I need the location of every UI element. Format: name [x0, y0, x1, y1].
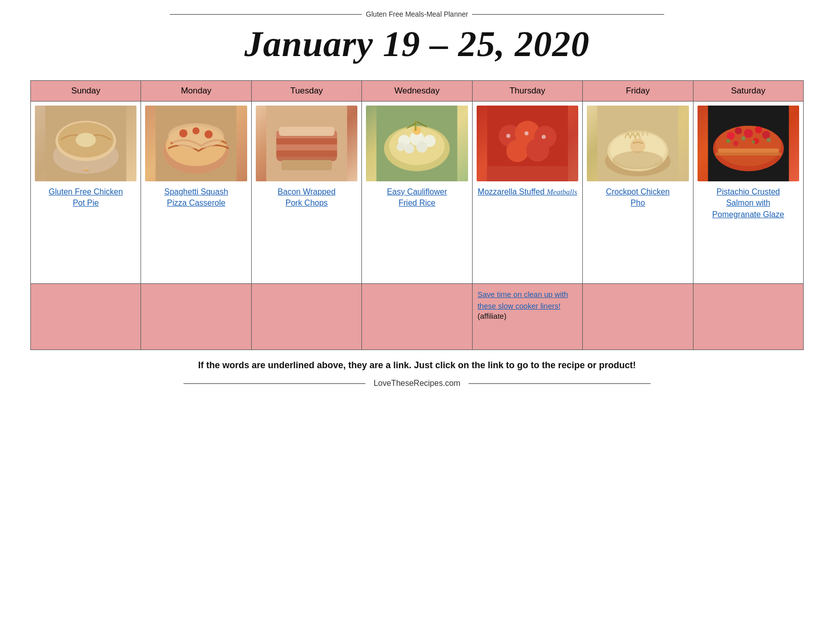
- svg-rect-31: [415, 121, 416, 131]
- divider-left: [170, 14, 362, 15]
- svg-point-53: [744, 129, 753, 138]
- tuesday-image: [256, 106, 357, 181]
- header-row: Sunday Monday Tuesday Wednesday Thursday…: [31, 81, 804, 102]
- svg-point-54: [755, 126, 762, 133]
- svg-point-38: [506, 134, 510, 138]
- meal-row: 🥧 Gluten Free ChickenPot Pie: [31, 102, 804, 284]
- second-friday: [583, 284, 693, 350]
- svg-text:🥧: 🥧: [83, 166, 89, 173]
- cell-monday: Spaghetti SquashPizza Casserole: [141, 102, 251, 284]
- svg-point-61: [741, 136, 745, 140]
- wednesday-inner: Easy CauliflowerFried Rice: [362, 102, 472, 283]
- svg-point-60: [726, 139, 730, 143]
- cell-sunday: 🥧 Gluten Free ChickenPot Pie: [31, 102, 141, 284]
- svg-point-62: [752, 140, 755, 143]
- svg-point-4: [76, 133, 96, 147]
- second-sunday-inner: [31, 284, 141, 350]
- cell-thursday: Mozzarella Stuffed Meatballs: [472, 102, 582, 284]
- second-sunday: [31, 284, 141, 350]
- svg-rect-58: [718, 148, 778, 153]
- sunday-inner: 🥧 Gluten Free ChickenPot Pie: [31, 102, 141, 283]
- footer-divider-right: [469, 383, 651, 384]
- svg-point-47: [613, 151, 663, 169]
- monday-image: [145, 106, 247, 181]
- svg-point-11: [193, 127, 200, 134]
- affiliate-link[interactable]: Save time on clean up with these slow co…: [478, 289, 577, 312]
- saturday-image: [698, 106, 799, 181]
- tuesday-inner: Bacon WrappedPork Chops: [252, 102, 361, 283]
- second-wednesday-inner: [362, 284, 472, 350]
- svg-rect-18: [276, 151, 337, 157]
- friday-inner: Crockpot ChickenPho: [583, 102, 692, 283]
- cell-wednesday: Easy CauliflowerFried Rice: [362, 102, 472, 284]
- day-thursday: Thursday: [472, 81, 582, 102]
- thursday-cursive: Meatballs: [547, 188, 577, 196]
- saturday-recipe-link[interactable]: Pistachio CrustedSalmon withPomegranate …: [712, 186, 784, 220]
- svg-point-9: [168, 123, 224, 148]
- second-row: Save time on clean up with these slow co…: [31, 284, 804, 350]
- svg-point-29: [397, 143, 405, 151]
- sunday-image: 🥧: [35, 106, 136, 181]
- wednesday-recipe-link[interactable]: Easy CauliflowerFried Rice: [387, 186, 447, 209]
- svg-point-12: [205, 130, 213, 138]
- svg-rect-19: [279, 127, 335, 136]
- page-header: Gluten Free Meals-Meal Planner January 1…: [30, 10, 804, 65]
- svg-rect-20: [282, 160, 332, 170]
- thursday-image: [477, 106, 578, 181]
- svg-point-36: [506, 140, 528, 162]
- cell-friday: Crockpot ChickenPho: [583, 102, 693, 284]
- second-tuesday: [251, 284, 361, 350]
- cell-saturday: Pistachio CrustedSalmon withPomegranate …: [693, 102, 803, 284]
- tuesday-recipe-link[interactable]: Bacon WrappedPork Chops: [277, 186, 335, 209]
- second-thursday: Save time on clean up with these slow co…: [472, 284, 582, 350]
- friday-recipe-link[interactable]: Crockpot ChickenPho: [606, 186, 670, 209]
- svg-point-30: [413, 127, 421, 135]
- svg-point-55: [762, 131, 770, 139]
- svg-rect-41: [487, 166, 568, 181]
- friday-image: [587, 106, 688, 181]
- meal-planner-table: Sunday Monday Tuesday Wednesday Thursday…: [30, 80, 804, 350]
- second-thursday-inner: Save time on clean up with these slow co…: [473, 284, 582, 350]
- cell-tuesday: Bacon WrappedPork Chops: [251, 102, 361, 284]
- site-label: Gluten Free Meals-Meal Planner: [366, 10, 468, 18]
- svg-point-56: [733, 141, 738, 146]
- svg-point-39: [524, 131, 528, 135]
- day-monday: Monday: [141, 81, 251, 102]
- footer-divider: LoveTheseRecipes.com: [30, 379, 804, 388]
- monday-recipe-link[interactable]: Spaghetti SquashPizza Casserole: [164, 186, 228, 209]
- second-friday-inner: [583, 284, 692, 350]
- thursday-recipe-link[interactable]: Mozzarella Stuffed Meatballs: [478, 186, 577, 197]
- sunday-recipe-link[interactable]: Gluten Free ChickenPot Pie: [49, 186, 123, 209]
- svg-point-40: [541, 135, 545, 139]
- svg-point-37: [526, 138, 549, 162]
- svg-point-28: [416, 141, 428, 153]
- day-friday: Friday: [583, 81, 693, 102]
- wednesday-image: [366, 106, 468, 181]
- second-saturday-inner: [693, 284, 803, 350]
- svg-point-52: [734, 127, 742, 134]
- thursday-inner: Mozzarella Stuffed Meatballs: [473, 102, 582, 283]
- monday-inner: Spaghetti SquashPizza Casserole: [141, 102, 251, 283]
- svg-point-51: [726, 132, 734, 140]
- saturday-inner: Pistachio CrustedSalmon withPomegranate …: [693, 102, 803, 283]
- day-sunday: Sunday: [31, 81, 141, 102]
- second-wednesday: [362, 284, 472, 350]
- footer-divider-left: [183, 383, 365, 384]
- svg-point-27: [404, 143, 414, 154]
- day-tuesday: Tuesday: [251, 81, 361, 102]
- day-wednesday: Wednesday: [362, 81, 472, 102]
- svg-rect-17: [276, 144, 337, 151]
- footer-note: If the words are underlined above, they …: [30, 360, 804, 371]
- svg-point-10: [179, 129, 188, 137]
- svg-point-63: [766, 138, 770, 142]
- page-title: January 19 – 25, 2020: [30, 23, 804, 65]
- second-monday: [141, 284, 251, 350]
- svg-rect-59: [715, 153, 781, 156]
- header-divider: Gluten Free Meals-Meal Planner: [30, 10, 804, 18]
- day-saturday: Saturday: [693, 81, 803, 102]
- second-tuesday-inner: [252, 284, 361, 350]
- affiliate-suffix: (affiliate): [478, 312, 577, 320]
- second-saturday: [693, 284, 803, 350]
- second-monday-inner: [141, 284, 251, 350]
- footer-url: LoveTheseRecipes.com: [374, 379, 460, 388]
